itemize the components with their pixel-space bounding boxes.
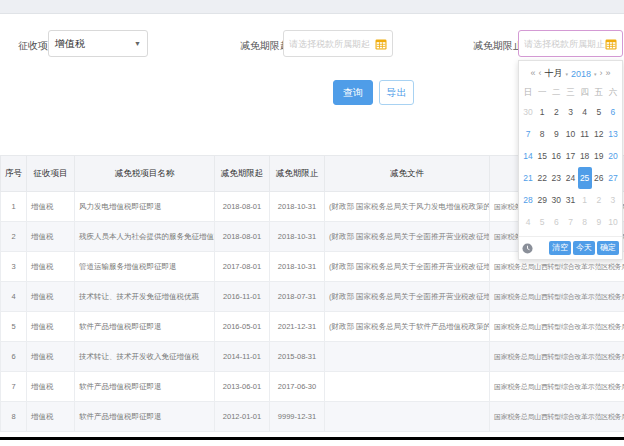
table-cell: 2018-10-31 — [270, 192, 325, 222]
table-cell: (财政部 国家税务总局关于软件产品增值税政策的通知) 财税〔2011〕10 — [325, 312, 490, 342]
column-header: 减免期限止 — [270, 156, 325, 192]
top-bar — [0, 0, 624, 14]
calendar-day[interactable]: 2 — [549, 101, 563, 123]
calendar-day[interactable]: 23 — [549, 167, 563, 189]
table-cell: 技术转让、技术开发免征增值税优惠 — [75, 282, 215, 312]
calendar-day[interactable]: 17 — [563, 145, 577, 167]
table-cell: 2017-08-01 — [215, 252, 270, 282]
table-row: 7增值税软件产品增值税即征即退2013-06-012017-06-30国家税务总… — [1, 372, 624, 402]
table-cell: 软件产品增值税即征即退 — [75, 312, 215, 342]
table-cell: 国家税务总局山西转型综合改革示范区税务局 — [490, 282, 624, 312]
table-row: 5增值税软件产品增值税即征即退2016-05-012021-12-31(财政部 … — [1, 312, 624, 342]
calendar-day[interactable]: 19 — [592, 145, 606, 167]
calendar-day[interactable]: 12 — [592, 123, 606, 145]
calendar-day[interactable]: 2 — [592, 189, 606, 211]
calendar-day[interactable]: 7 — [521, 123, 535, 145]
calendar-day[interactable]: 30 — [549, 189, 563, 211]
calendar-day[interactable]: 16 — [549, 145, 563, 167]
start-date-input[interactable] — [289, 39, 375, 49]
calendar-day[interactable]: 8 — [535, 123, 549, 145]
table-cell: 增值税 — [27, 402, 75, 432]
calendar-day[interactable]: 22 — [535, 167, 549, 189]
clock-icon[interactable] — [522, 243, 533, 254]
calendar-day[interactable]: 27 — [606, 167, 620, 189]
table-row: 4增值税技术转让、技术开发免征增值税优惠2016-11-012018-07-31… — [1, 282, 624, 312]
table-cell: 国家税务总局山西转型综合改革示范区税务局 — [490, 372, 624, 402]
calendar-day[interactable]: 21 — [521, 167, 535, 189]
calendar-day[interactable]: 31 — [563, 189, 577, 211]
calendar-header: « ‹ 十月 ▾ 2018 ▾ › » — [519, 61, 622, 83]
start-date-field — [283, 30, 393, 57]
calendar-day[interactable]: 4 — [578, 101, 592, 123]
calendar-day[interactable]: 1 — [578, 189, 592, 211]
calendar-icon[interactable] — [605, 38, 617, 50]
calendar-day[interactable]: 1 — [535, 101, 549, 123]
table-cell: 2018-08-01 — [215, 222, 270, 252]
calendar-day[interactable]: 26 — [592, 167, 606, 189]
table-cell: 2018-10-31 — [270, 252, 325, 282]
calendar-day[interactable]: 6 — [549, 211, 563, 233]
export-button[interactable]: 导出 — [379, 80, 414, 105]
prev-month-icon[interactable]: ‹ — [538, 69, 541, 78]
calendar-day[interactable]: 6 — [606, 101, 620, 123]
calendar-day[interactable]: 10 — [563, 123, 577, 145]
next-year-icon[interactable]: » — [606, 69, 611, 78]
project-select[interactable]: 增值税 ▼ — [48, 30, 148, 57]
calendar-day[interactable]: 18 — [578, 145, 592, 167]
table-cell: 2012-01-01 — [215, 402, 270, 432]
table-cell: 2018-07-31 — [270, 282, 325, 312]
table-cell: 增值税 — [27, 222, 75, 252]
table-cell: 国家税务总局山西转型综合改革示范区税务局 — [490, 402, 624, 432]
calendar-ok-button[interactable]: 确定 — [597, 241, 619, 255]
prev-year-icon[interactable]: « — [530, 69, 535, 78]
table-cell: 6 — [1, 342, 27, 372]
table-cell: 2017-06-30 — [270, 372, 325, 402]
table-cell: (财政部 国家税务总局关于全面推开营业税改征增值税试点的通知) 财税 — [325, 282, 490, 312]
calendar-day[interactable]: 4 — [521, 211, 535, 233]
weekday-label: 五 — [592, 87, 606, 99]
table-cell: 增值税 — [27, 372, 75, 402]
calendar-day[interactable]: 13 — [606, 123, 620, 145]
calendar-day[interactable]: 3 — [606, 189, 620, 211]
calendar-day[interactable]: 5 — [535, 211, 549, 233]
calendar-day[interactable]: 20 — [606, 145, 620, 167]
year-select[interactable]: 2018 — [571, 69, 591, 79]
calendar-day[interactable]: 29 — [535, 189, 549, 211]
month-select[interactable]: 十月 — [544, 67, 562, 80]
calendar-day[interactable]: 8 — [578, 211, 592, 233]
calendar-today-button[interactable]: 今天 — [573, 241, 595, 255]
table-cell: 软件产品增值税即征即退 — [75, 372, 215, 402]
chevron-down-icon: ▼ — [134, 40, 141, 47]
calendar-day[interactable]: 3 — [563, 101, 577, 123]
calendar-day-selected[interactable]: 25 — [578, 167, 592, 189]
calendar-day[interactable]: 9 — [592, 211, 606, 233]
project-select-value: 增值税 — [55, 37, 85, 51]
calendar-day[interactable]: 10 — [606, 211, 620, 233]
calendar-day[interactable]: 24 — [563, 167, 577, 189]
calendar-day[interactable]: 30 — [521, 101, 535, 123]
calendar-clear-button[interactable]: 清空 — [549, 241, 571, 255]
table-cell: 增值税 — [27, 192, 75, 222]
query-button[interactable]: 查询 — [333, 80, 373, 105]
calendar-day[interactable]: 28 — [521, 189, 535, 211]
chevron-down-icon: ▾ — [594, 71, 597, 77]
next-month-icon[interactable]: › — [600, 69, 603, 78]
table-cell: 5 — [1, 312, 27, 342]
calendar-day[interactable]: 14 — [521, 145, 535, 167]
end-date-input[interactable] — [524, 39, 605, 49]
table-cell: 增值税 — [27, 282, 75, 312]
column-header: 征收项目 — [27, 156, 75, 192]
date-picker-popup: « ‹ 十月 ▾ 2018 ▾ › » 日一二三四五六 301234567891… — [518, 60, 623, 260]
calendar-day[interactable]: 9 — [549, 123, 563, 145]
calendar-day[interactable]: 7 — [563, 211, 577, 233]
table-cell — [325, 342, 490, 372]
calendar-grid: 3012345678910111213141516171819202122232… — [519, 101, 622, 236]
calendar-icon[interactable] — [375, 38, 387, 50]
table-row: 6增值税技术转让、技术开发收入免征增值税2014-11-012015-08-31… — [1, 342, 624, 372]
calendar-footer: 清空 今天 确定 — [519, 236, 622, 259]
calendar-day[interactable]: 15 — [535, 145, 549, 167]
calendar-day[interactable]: 5 — [592, 101, 606, 123]
column-header: 序号 — [1, 156, 27, 192]
table-cell: 2014-11-01 — [215, 342, 270, 372]
calendar-day[interactable]: 11 — [578, 123, 592, 145]
